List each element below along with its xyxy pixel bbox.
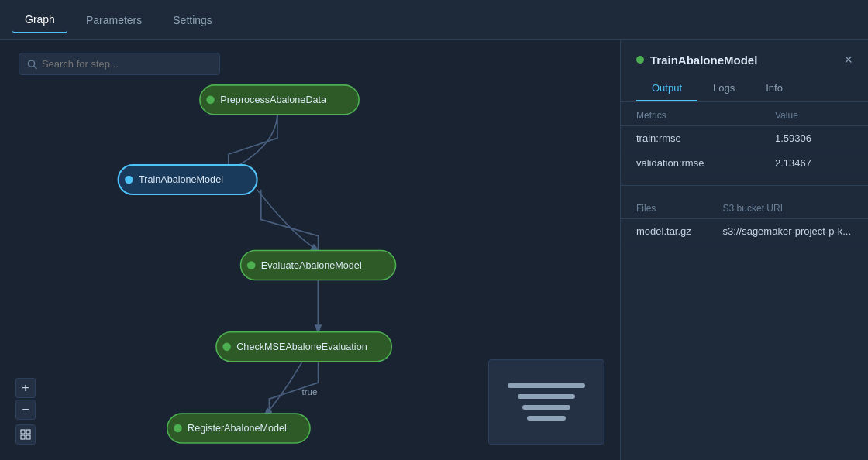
- node-preprocess[interactable]: PreprocessAbaloneData: [200, 85, 359, 115]
- side-panel-body: Metrics Value train:rmse 1.59306 validat…: [621, 102, 868, 460]
- metrics-col-label: Metrics: [636, 110, 775, 121]
- fit-button[interactable]: [16, 424, 36, 445]
- legend-line-4: [527, 416, 566, 421]
- svg-point-13: [222, 343, 231, 352]
- files-col-label: Files: [636, 203, 723, 214]
- side-panel-header: TrainAbaloneModel × Output Logs Info: [621, 40, 868, 102]
- files-col-uri: S3 bucket URI: [723, 203, 852, 214]
- metric-label-0: train:rmse: [636, 132, 775, 144]
- side-panel-title-text: TrainAbaloneModel: [650, 53, 757, 67]
- files-header-row: Files S3 bucket URI: [621, 195, 868, 219]
- search-bar: [19, 53, 220, 75]
- legend-line-1: [508, 383, 584, 388]
- tab-parameters[interactable]: Parameters: [74, 8, 154, 33]
- svg-text:RegisterAbaloneModel: RegisterAbaloneModel: [188, 423, 287, 434]
- metrics-table: Metrics Value train:rmse 1.59306 validat…: [621, 102, 868, 176]
- svg-text:CheckMSEAbaloneEvaluation: CheckMSEAbaloneEvaluation: [236, 342, 367, 352]
- metrics-col-value: Value: [775, 110, 852, 121]
- legend-line-2: [518, 394, 575, 399]
- main-container: true PreprocessAbaloneData: [0, 40, 868, 460]
- table-row: validation:rmse 2.13467: [621, 151, 868, 176]
- tab-info[interactable]: Info: [750, 76, 798, 101]
- top-nav: Graph Parameters Settings: [0, 0, 868, 40]
- panel-tabs: Output Logs Info: [636, 76, 852, 101]
- svg-rect-18: [21, 430, 25, 434]
- status-dot-green: [636, 56, 644, 64]
- legend-box: [488, 359, 604, 445]
- metric-label-1: validation:rmse: [636, 157, 775, 169]
- svg-text:true: true: [301, 387, 317, 396]
- file-label-0: model.tar.gz: [636, 225, 723, 237]
- zoom-controls: + −: [16, 378, 36, 445]
- svg-point-16: [174, 424, 182, 433]
- node-train[interactable]: TrainAbaloneModel: [119, 165, 257, 194]
- tab-settings[interactable]: Settings: [160, 8, 225, 33]
- svg-point-7: [125, 176, 133, 184]
- side-panel-title: TrainAbaloneModel: [636, 53, 757, 67]
- metric-value-0: 1.59306: [775, 132, 852, 144]
- svg-rect-20: [21, 435, 25, 439]
- tab-output[interactable]: Output: [636, 76, 698, 101]
- graph-panel: true PreprocessAbaloneData: [0, 40, 620, 460]
- svg-text:PreprocessAbaloneData: PreprocessAbaloneData: [220, 94, 327, 105]
- metrics-header-row: Metrics Value: [621, 102, 868, 126]
- search-icon: [27, 59, 37, 70]
- svg-point-10: [247, 261, 256, 269]
- svg-line-1: [34, 66, 36, 68]
- metric-value-1: 2.13467: [775, 157, 852, 169]
- table-row: train:rmse 1.59306: [621, 126, 868, 151]
- files-table: Files S3 bucket URI model.tar.gz s3://sa…: [621, 195, 868, 244]
- svg-rect-21: [26, 435, 30, 439]
- svg-text:TrainAbaloneModel: TrainAbaloneModel: [139, 174, 223, 185]
- file-uri-0: s3://sagemaker-project-p-k...: [723, 225, 852, 237]
- divider: [621, 185, 868, 186]
- tab-graph[interactable]: Graph: [12, 7, 67, 33]
- zoom-out-button[interactable]: −: [16, 400, 36, 420]
- legend-line-3: [522, 405, 570, 410]
- node-register[interactable]: RegisterAbaloneModel: [167, 414, 310, 443]
- node-evaluate[interactable]: EvaluateAbaloneModel: [241, 251, 396, 280]
- svg-text:EvaluateAbaloneModel: EvaluateAbaloneModel: [261, 260, 362, 271]
- tab-logs[interactable]: Logs: [698, 76, 750, 101]
- svg-point-4: [206, 96, 215, 105]
- svg-rect-19: [26, 430, 30, 434]
- side-panel-title-row: TrainAbaloneModel ×: [636, 53, 852, 67]
- node-checkmse[interactable]: CheckMSEAbaloneEvaluation: [216, 332, 391, 362]
- side-panel: TrainAbaloneModel × Output Logs Info Met…: [620, 40, 868, 460]
- table-row: model.tar.gz s3://sagemaker-project-p-k.…: [621, 219, 868, 244]
- search-input[interactable]: [42, 58, 212, 70]
- close-button[interactable]: ×: [844, 53, 852, 67]
- zoom-in-button[interactable]: +: [16, 378, 36, 398]
